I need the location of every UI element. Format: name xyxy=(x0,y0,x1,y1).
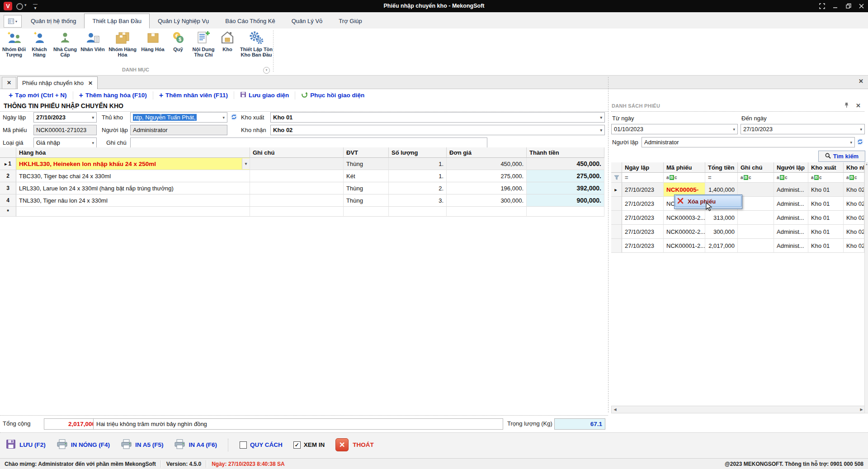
cell-nguoi-lap[interactable]: Administ... xyxy=(774,197,808,211)
ribbon-button-employee[interactable]: Nhân Viên xyxy=(79,29,107,57)
to-date-field[interactable]: 27/10/2023▾ xyxy=(741,124,865,134)
kho-nhan-field[interactable]: Kho 02▾ xyxy=(270,125,605,135)
cell-ngay-lap[interactable]: 27/10/2023 xyxy=(622,225,664,239)
ribbon-button-customer[interactable]: Khách Hàng xyxy=(27,29,52,57)
cell-ghi-chu[interactable] xyxy=(738,183,774,197)
chevron-down-icon[interactable]: ▾ xyxy=(598,128,602,133)
ribbon-tab[interactable]: Thiết Lập Ban Đầu xyxy=(84,14,149,28)
from-date-field[interactable]: 01/10/2023▾ xyxy=(611,124,738,134)
scroll-right-icon[interactable]: ▶ xyxy=(858,407,865,412)
cell-kho-xuat[interactable]: Kho 01 xyxy=(808,211,844,225)
chevron-down-icon[interactable]: ▾ xyxy=(858,127,862,132)
search-button[interactable]: Tìm kiếm xyxy=(818,151,865,162)
new-item-row[interactable]: * xyxy=(0,207,604,217)
cell-nguoi-lap[interactable]: Administ... xyxy=(774,183,808,197)
kho-xuat-field[interactable]: Kho 01▾ xyxy=(270,112,605,123)
cell-thanh-tien[interactable]: 275,000. xyxy=(527,170,604,182)
empty-cell[interactable] xyxy=(447,207,527,217)
ribbon-tab[interactable]: Quản Lý Vỏ xyxy=(283,14,331,28)
row-indicator[interactable]: 4 xyxy=(0,194,16,207)
loai-gia-field[interactable]: Giá nhập▾ xyxy=(33,137,97,148)
cell-don-gia[interactable]: 275,000. xyxy=(447,170,527,182)
abc-filter-icon[interactable]: aBc xyxy=(777,175,788,180)
maximize-button[interactable] xyxy=(845,3,851,9)
cell-hang-hoa[interactable]: HKLHL330, Heineken lon nhập khẩu 24 x 25… xyxy=(16,158,250,170)
document-tab[interactable]: Phiếu nhập chuyển kho ✕ xyxy=(17,76,98,89)
ribbon-group-collapse-icon[interactable]: ▾ xyxy=(263,67,270,74)
restore-layout-button[interactable]: Phục hồi giao diện xyxy=(295,91,370,99)
chevron-down-icon[interactable]: ▾ xyxy=(598,115,602,120)
column-header[interactable]: Ghi chú xyxy=(738,162,774,173)
cell-kho-xuat[interactable]: Kho 01 xyxy=(808,225,844,239)
filter-cell[interactable]: aBc xyxy=(738,173,774,183)
cell-dvt[interactable]: Két xyxy=(344,170,389,182)
cell-dvt[interactable]: Thùng xyxy=(344,194,389,207)
abc-filter-icon[interactable]: aBc xyxy=(811,175,822,180)
row-indicator[interactable] xyxy=(611,211,622,225)
cell-hang-hoa[interactable]: TBC330, Tiger bạc chai 24 x 330ml xyxy=(16,170,250,182)
add-employee-button[interactable]: + Thêm nhân viên (F11) xyxy=(153,91,234,99)
cell-thanh-tien[interactable]: 450,000. xyxy=(527,158,604,170)
filter-cell[interactable]: = xyxy=(622,173,664,183)
close-button[interactable] xyxy=(859,3,864,9)
cell-kho-nhan[interactable]: Kho 02 xyxy=(844,183,864,197)
cell-kho-nhan[interactable]: Kho 02 xyxy=(844,197,864,211)
chevron-down-icon[interactable]: ▾ xyxy=(90,141,94,145)
table-row[interactable]: 27/10/2023NCK00002-2...300,000Administ..… xyxy=(611,225,864,239)
column-header[interactable]: Người lập xyxy=(774,162,808,173)
ribbon-tab[interactable]: Báo Cáo Thống Kê xyxy=(217,14,283,28)
filter-funnel-icon[interactable] xyxy=(611,173,622,183)
table-row[interactable]: 2TBC330, Tiger bạc chai 24 x 330mlKét1.2… xyxy=(0,170,604,182)
ribbon-button-receipt-content[interactable]: Nội Dung Thu Chi xyxy=(189,29,218,57)
column-header[interactable]: Ghi chú xyxy=(250,147,344,158)
print-hot-button[interactable]: IN NÓNG (F4) xyxy=(57,439,110,451)
new-row-indicator[interactable]: * xyxy=(0,207,16,217)
panel-nguoi-lap-field[interactable]: Administrator▾ xyxy=(642,137,855,147)
cell-thanh-tien[interactable]: 392,000. xyxy=(527,182,604,194)
horizontal-scrollbar[interactable]: ◀ ▶ xyxy=(611,406,865,413)
cell-kho-nhan[interactable]: Kho 02 xyxy=(844,239,864,253)
cell-ghi-chu[interactable] xyxy=(738,239,774,253)
fullscreen-icon[interactable] xyxy=(819,3,825,9)
filter-cell[interactable]: aBc xyxy=(774,173,808,183)
minimize-button[interactable] xyxy=(832,3,838,9)
cell-don-gia[interactable]: 300,000. xyxy=(447,194,527,207)
cell-tong-tien[interactable]: 300,000 xyxy=(705,225,738,239)
cell-tong-tien[interactable]: 2,017,000 xyxy=(705,239,738,253)
chevron-down-icon[interactable]: ▾ xyxy=(242,158,250,169)
cell-ghi-chu[interactable] xyxy=(738,225,774,239)
filter-cell[interactable]: = xyxy=(705,173,738,183)
thu-kho-field[interactable]: ntp, Nguyễn Tuấn Phát,▾ xyxy=(130,112,227,123)
column-header[interactable]: Kho nhận xyxy=(844,162,864,173)
row-indicator[interactable]: 3 xyxy=(0,182,16,194)
app-menu-button[interactable]: ▾ xyxy=(4,15,22,28)
row-indicator-header[interactable] xyxy=(0,147,16,158)
column-header[interactable]: Ngày lập xyxy=(622,162,664,173)
pin-icon[interactable] xyxy=(844,102,849,109)
abc-filter-icon[interactable]: aBc xyxy=(741,175,751,180)
ribbon-button-supplier[interactable]: Nhà Cung Cấp xyxy=(52,29,79,57)
checkbox-icon[interactable]: ✓ xyxy=(293,441,301,449)
cell-ma-phieu[interactable]: NCK00002-2... xyxy=(664,225,705,239)
ngay-lap-field[interactable]: 27/10/2023▾ xyxy=(33,112,97,123)
panel-grid-header[interactable]: Ngày lậpMã phiếuTổng tiềnGhi chúNgười lậ… xyxy=(611,162,864,173)
empty-cell[interactable] xyxy=(389,207,447,217)
cell-so-luong[interactable]: 1. xyxy=(389,170,447,182)
ghi-chu-field[interactable] xyxy=(130,137,487,148)
row-indicator-header[interactable] xyxy=(611,162,622,173)
cell-nguoi-lap[interactable]: Administ... xyxy=(774,225,808,239)
cell-ma-phieu[interactable]: NCK00003-2... xyxy=(664,211,705,225)
cell-dvt[interactable]: Thùng xyxy=(344,158,389,170)
vertical-scrollbar[interactable]: ▲ xyxy=(864,162,868,413)
print-a5-button[interactable]: IN A5 (F5) xyxy=(121,439,164,451)
panel-splitter[interactable] xyxy=(608,77,609,412)
save-button[interactable]: LƯU (F2) xyxy=(5,439,46,451)
empty-cell[interactable] xyxy=(344,207,389,217)
exit-button[interactable]: ✕ THOÁT xyxy=(335,438,374,451)
filter-cell[interactable]: aBc xyxy=(664,173,705,183)
cell-thanh-tien[interactable]: 900,000. xyxy=(527,194,604,207)
cell-so-luong[interactable]: 3. xyxy=(389,194,447,207)
empty-cell[interactable] xyxy=(16,207,250,217)
cell-kho-xuat[interactable]: Kho 01 xyxy=(808,183,844,197)
column-header[interactable]: Đơn giá xyxy=(447,147,527,158)
